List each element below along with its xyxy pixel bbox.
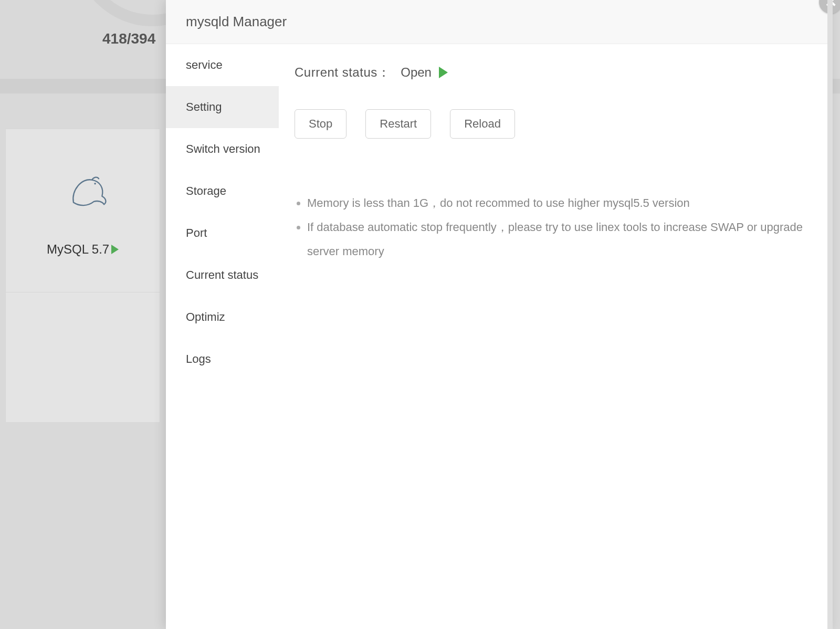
mysql-card: MySQL 5.7 [5, 129, 160, 423]
mysqld-manager-modal: mysqld Manager service Setting Switch ve… [166, 0, 833, 629]
status-label: Current status： [295, 64, 390, 81]
sidebar-item-label: Current status [186, 268, 258, 282]
status-value: Open [401, 65, 432, 80]
mysql-version-text: MySQL 5.7 [47, 242, 109, 257]
play-icon [439, 67, 448, 78]
sidebar-item-label: Storage [186, 184, 226, 198]
svg-point-0 [94, 183, 96, 184]
restart-button[interactable]: Restart [365, 109, 431, 139]
sidebar-item-setting[interactable]: Setting [166, 86, 279, 128]
advice-list: Memory is less than 1G，do not recommed t… [295, 191, 812, 264]
mysql-dolphin-icon [69, 174, 111, 211]
reload-button[interactable]: Reload [450, 109, 515, 139]
status-row: Current status： Open [295, 64, 812, 81]
sidebar-item-label: Optimiz [186, 310, 225, 324]
advice-item: If database automatic stop frequently，pl… [307, 215, 812, 264]
mysql-version-label: MySQL 5.7 [47, 242, 119, 257]
settings-content: Current status： Open Stop Restart Reload… [279, 44, 833, 629]
stop-button[interactable]: Stop [295, 109, 346, 139]
sidebar-item-current-status[interactable]: Current status [166, 254, 279, 296]
sidebar-item-label: service [186, 58, 223, 72]
sidebar-item-label: Port [186, 226, 207, 240]
play-icon [111, 245, 119, 254]
settings-sidebar: service Setting Switch version Storage P… [166, 44, 279, 629]
sidebar-item-storage[interactable]: Storage [166, 170, 279, 212]
sidebar-item-label: Switch version [186, 142, 260, 156]
advice-item: Memory is less than 1G，do not recommed t… [307, 191, 812, 215]
service-buttons: Stop Restart Reload [295, 109, 812, 139]
traffic-counter: 418/394 [102, 30, 155, 47]
sidebar-item-optimiz[interactable]: Optimiz [166, 296, 279, 338]
sidebar-item-label: Logs [186, 352, 211, 366]
scrollbar-track[interactable] [827, 0, 833, 629]
sidebar-item-service[interactable]: service [166, 44, 279, 86]
sidebar-item-logs[interactable]: Logs [166, 338, 279, 380]
sidebar-item-port[interactable]: Port [166, 212, 279, 254]
sidebar-item-switch-version[interactable]: Switch version [166, 128, 279, 170]
sidebar-item-label: Setting [186, 100, 222, 114]
modal-title: mysqld Manager [166, 0, 833, 44]
card-divider [6, 292, 160, 292]
